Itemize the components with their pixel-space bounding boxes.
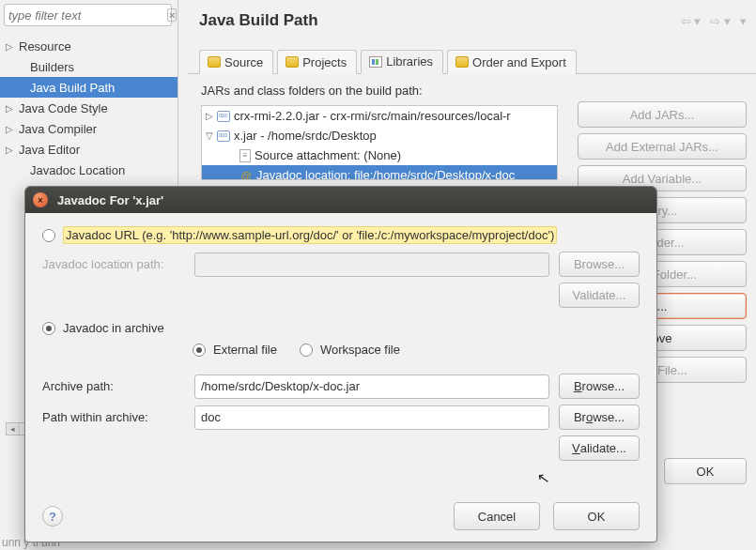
ok-button[interactable]: OK [553,502,640,530]
path-within-input[interactable] [194,405,549,430]
tree-item-resource[interactable]: ▷Resource [0,36,177,56]
location-path-input [194,252,549,277]
jar-icon [217,111,230,122]
close-icon[interactable]: × [33,192,48,207]
page-title: Java Build Path [199,11,679,30]
libraries-icon [369,56,382,68]
main-ok-button[interactable]: OK [664,458,747,484]
radio-on-icon[interactable] [193,344,206,357]
nav-menu-icon[interactable]: ▾ [738,14,748,28]
radio-off-icon[interactable] [300,344,313,357]
browse3-button[interactable]: Browse... [559,405,640,430]
lib-row-javadoc-location[interactable]: @Javadoc location: file:/home/srdc/Deskt… [202,165,557,180]
radio-on-icon[interactable] [42,322,55,335]
order-export-icon [455,56,469,68]
libraries-tree[interactable]: ▷crx-rmi-2.2.0.jar - crx-rmi/src/main/re… [201,105,558,180]
filter-input[interactable] [8,8,167,23]
javadoc-dialog: × Javadoc For 'x.jar' Javadoc URL (e.g. … [24,186,657,542]
page-header: Java Build Path ⇦ ▾ ⇨ ▾ ▾ [188,0,756,38]
add-jars-button[interactable]: Add JARs... [578,101,747,128]
archive-source-radios: External file Workspace file [193,343,640,364]
lib-row-source-attachment[interactable]: ≡Source attachment: (None) [202,145,557,165]
workspace-file-radio[interactable]: Workspace file [300,343,400,357]
document-icon: ≡ [239,149,251,162]
lib-row-xjar[interactable]: ▽x.jar - /home/srdc/Desktop [202,126,557,145]
external-file-radio[interactable]: External file [193,343,277,357]
scroll-left-icon[interactable]: ◂ [7,423,20,435]
cancel-button[interactable]: Cancel [454,502,540,530]
javadoc-archive-label: Javadoc in archive [63,321,164,335]
javadoc-icon: @ [239,169,253,181]
help-icon[interactable]: ? [42,506,63,527]
projects-icon [285,56,299,68]
libraries-subhead: JARs and class folders on the build path… [188,74,756,103]
nav-forward-icon[interactable]: ⇨ ▾ [708,14,733,28]
clear-filter-icon[interactable]: ✕ [167,8,177,22]
path-within-label: Path within archive: [42,410,185,424]
nav-back-icon[interactable]: ⇦ ▾ [679,14,703,28]
browse1-button: Browse... [559,252,640,277]
tree-item-java-code-style[interactable]: ▷Java Code Style [0,98,177,118]
main-ok-row: OK [664,458,747,484]
javadoc-url-radio-row[interactable]: Javadoc URL (e.g. 'http://www.sample-url… [42,226,640,244]
javadoc-url-label: Javadoc URL (e.g. 'http://www.sample-url… [63,226,557,244]
category-tree: ▷Resource ▷Builders ▷Java Build Path ▷Ja… [0,34,177,182]
javadoc-archive-radio-row[interactable]: Javadoc in archive [42,321,640,335]
jar-icon [217,130,230,142]
filter-box[interactable]: ✕ [4,4,172,26]
archive-path-input[interactable] [194,374,549,399]
tree-item-builders[interactable]: ▷Builders [0,56,177,77]
tree-item-javadoc-location[interactable]: ▷Javadoc Location [0,160,177,180]
dialog-footer: Cancel OK [454,502,640,530]
validate1-button: Validate... [559,283,640,308]
tree-item-java-editor[interactable]: ▷Java Editor [0,139,177,160]
validate2-button[interactable]: Validate... [559,435,640,461]
radio-off-icon[interactable] [42,229,55,242]
tree-item-java-compiler[interactable]: ▷Java Compiler [0,118,177,139]
tab-source[interactable]: Source [199,50,273,74]
dialog-body: Javadoc URL (e.g. 'http://www.sample-url… [25,213,656,542]
dialog-title: Javadoc For 'x.jar' [57,193,163,207]
tab-order-export[interactable]: Order and Export [447,50,577,74]
tab-libraries[interactable]: Libraries [361,50,443,74]
browse2-button[interactable]: Browse... [559,374,640,399]
add-external-jars-button[interactable]: Add External JARs... [578,133,747,160]
archive-path-label: Archive path: [42,379,185,393]
lib-row-crx-rmi[interactable]: ▷crx-rmi-2.2.0.jar - crx-rmi/src/main/re… [202,106,557,126]
buildpath-tabs: Source Projects Libraries Order and Expo… [188,45,756,74]
header-nav-icons: ⇦ ▾ ⇨ ▾ ▾ [679,14,748,28]
location-path-label: Javadoc location path: [42,257,185,271]
dialog-titlebar[interactable]: × Javadoc For 'x.jar' [25,187,656,213]
tree-item-java-build-path[interactable]: ▷Java Build Path [0,77,177,98]
tab-projects[interactable]: Projects [277,50,357,74]
source-icon [208,56,221,68]
